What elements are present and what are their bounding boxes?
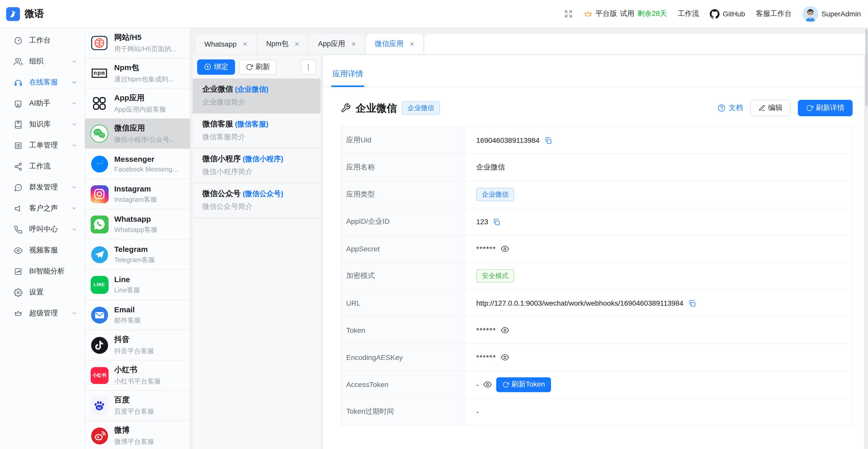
row-value: 1690460389113984 (476, 136, 539, 145)
copy-icon[interactable] (688, 299, 696, 307)
row-label: URL (341, 290, 464, 316)
app-title: 企业微信 (356, 101, 397, 115)
logo[interactable]: 微语 (6, 7, 44, 21)
app-item-wechat-kf[interactable]: 微信客服 (微信客服) 微信客服简介 (192, 114, 320, 149)
channel-name: Line (114, 275, 140, 283)
eye-icon[interactable] (501, 353, 509, 361)
plan-badge[interactable]: 平台版 试用 剩余28天 (584, 9, 667, 19)
sidebar-item-organization[interactable]: 组织 (0, 52, 85, 71)
workflow-link[interactable]: 工作流 (678, 9, 699, 19)
channel-item-website[interactable]: 网站/H5用于网站/H5页面的... (85, 28, 190, 58)
refresh-token-button[interactable]: 刷新Token (496, 377, 551, 392)
channel-item-xiaohongshu[interactable]: 小红书 小红书小红书平台客服 (85, 360, 190, 391)
table-row: 应用名称 企业微信 (341, 154, 852, 181)
channel-desc: 抖音平台客服 (114, 346, 154, 356)
sidebar-item-ai-assistant[interactable]: AI助手 (0, 94, 85, 113)
scrollbar[interactable] (865, 28, 867, 448)
channel-item-telegram[interactable]: TelegramTelegram客服 (85, 239, 190, 270)
row-label: EncodingAESKey (341, 344, 464, 371)
github-link[interactable]: GitHub (710, 9, 745, 19)
more-button[interactable] (301, 59, 316, 74)
channel-item-wechat[interactable]: 微信应用微信小程序/公众号... (85, 119, 190, 149)
xiaohongshu-icon: 小红书 (90, 365, 109, 385)
tab-npm[interactable]: Npm包 × (257, 34, 308, 54)
eye-icon[interactable] (501, 245, 509, 253)
chevron-down-icon (71, 205, 77, 212)
sidebar-item-online-service[interactable]: 在线客服 (0, 73, 85, 92)
row-label: 应用类型 (341, 181, 464, 208)
refresh-icon (806, 104, 813, 111)
sidebar-item-settings[interactable]: 设置 (0, 283, 85, 301)
channel-item-npm[interactable]: npm Npm包通过Npm包集成到... (85, 58, 190, 89)
channel-item-weibo[interactable]: 微博微博平台客服 (85, 421, 190, 449)
messenger-icon (90, 154, 109, 173)
baidu-icon: du (90, 396, 109, 415)
eye-icon[interactable] (501, 326, 509, 334)
eye-icon[interactable] (483, 380, 491, 389)
tab-whatsapp[interactable]: Whatsapp × (196, 34, 256, 54)
sidebar-item-label: 群发管理 (29, 183, 58, 192)
sidebar-item-super-admin[interactable]: 超级管理 (0, 304, 85, 323)
headset-icon (14, 78, 23, 87)
app-item-work-wechat[interactable]: 企业微信 (企业微信) 企业微信简介 (192, 79, 320, 114)
table-row: AppSecret ****** (341, 235, 852, 263)
channel-item-douyin[interactable]: 抖音抖音平台客服 (85, 330, 190, 360)
chevron-down-icon (71, 100, 77, 106)
scrollbar-thumb[interactable] (865, 29, 867, 106)
channel-item-whatsapp[interactable]: WhatsappWhatsapp客服 (85, 210, 190, 239)
sidebar-item-workflow[interactable]: 工作流 (0, 157, 85, 175)
user-menu[interactable]: SuperAdmin (802, 6, 861, 22)
doc-link[interactable]: 文档 (717, 103, 743, 113)
row-value: ****** (476, 353, 496, 361)
tab-wechat-app[interactable]: 微信应用 × (366, 34, 423, 54)
sidebar-item-label: 工单管理 (29, 141, 58, 150)
bind-button[interactable]: 绑定 (197, 59, 235, 74)
copy-icon[interactable] (544, 136, 552, 144)
channel-item-instagram[interactable]: InstagramInstagram客服 (85, 179, 190, 210)
close-icon[interactable]: × (351, 39, 356, 48)
channel-name: Whatsapp (114, 214, 157, 223)
refresh-detail-button[interactable]: 刷新详情 (798, 100, 852, 116)
edit-button[interactable]: 编辑 (750, 100, 791, 116)
tab-bar-filler (424, 34, 868, 54)
chevron-down-icon (71, 121, 77, 127)
tab-app-detail[interactable]: 应用详情 (331, 69, 364, 87)
channel-item-app[interactable]: App应用App应用内嵌客服 (85, 89, 190, 119)
sidebar-item-broadcast[interactable]: 群发管理 (0, 178, 85, 197)
detail-header: 企业微信 企业微信 文档 编辑 (323, 87, 864, 126)
sidebar-item-video-service[interactable]: 视频客服 (0, 241, 85, 260)
fullscreen-icon[interactable] (564, 9, 573, 19)
sidebar-item-label: 在线客服 (29, 78, 58, 87)
sidebar-item-dashboard[interactable]: 工作台 (0, 31, 85, 50)
sidebar-item-ticket-management[interactable]: 工单管理 (0, 136, 85, 155)
app-item-official-account[interactable]: 微信公众号 (微信公众号) 微信公众号简介 (192, 183, 320, 218)
channel-item-messenger[interactable]: MessengerFacebook Messeng... (85, 149, 190, 179)
github-icon (710, 9, 720, 19)
table-row: URL http://127.0.0.1:9003/wechat/work/we… (341, 290, 852, 317)
detail-tabs: 应用详情 (323, 55, 864, 87)
channel-item-baidu[interactable]: du 百度百度平台客服 (85, 391, 190, 421)
app-type-badge: 企业微信 (402, 101, 440, 115)
avatar (802, 6, 818, 22)
sidebar-item-bi-analytics[interactable]: BI智能分析 (0, 262, 85, 281)
channel-desc: 小红书平台客服 (114, 377, 161, 386)
app-item-miniprogram[interactable]: 微信小程序 (微信小程序) 微信小程序简介 (192, 149, 320, 183)
workbench-label: 客服工作台 (756, 9, 792, 19)
close-icon[interactable]: × (243, 39, 247, 48)
workbench-link[interactable]: 客服工作台 (756, 9, 792, 19)
refresh-button[interactable]: 刷新 (239, 59, 277, 74)
table-row: 应用类型 企业微信 (341, 181, 852, 209)
close-icon[interactable]: × (295, 39, 299, 48)
copy-icon[interactable] (493, 218, 501, 226)
close-icon[interactable]: × (410, 39, 414, 48)
tab-app[interactable]: App应用 × (309, 34, 364, 54)
ticket-list-icon (14, 141, 23, 150)
sidebar-item-call-center[interactable]: 呼叫中心 (0, 220, 85, 238)
sidebar-item-knowledge-base[interactable]: 知识库 (0, 115, 85, 134)
sidebar-item-voice-of-customer[interactable]: 客户之声 (0, 199, 85, 218)
chevron-down-icon (71, 142, 77, 149)
email-icon (90, 305, 109, 325)
channel-item-line[interactable]: LINE LineLine客服 (85, 270, 190, 300)
channel-item-email[interactable]: Email邮件客服 (85, 300, 190, 330)
telegram-icon (90, 245, 109, 264)
